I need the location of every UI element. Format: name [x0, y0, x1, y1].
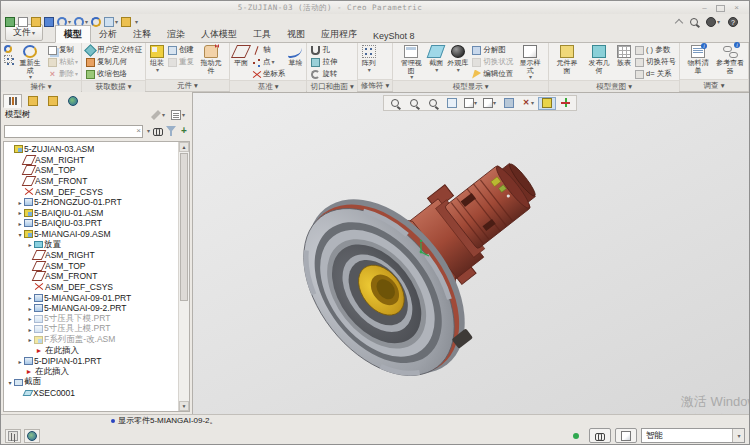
scrollbar-thumb[interactable] — [180, 153, 188, 301]
navigator-folder-tab[interactable] — [23, 94, 42, 108]
open-file-button[interactable] — [31, 17, 41, 27]
point-button[interactable]: 点▾ — [251, 56, 286, 68]
tab-模型[interactable]: 模型 — [55, 25, 91, 43]
expander-icon[interactable]: ▸ — [26, 315, 34, 322]
reference-viewer-button[interactable]: i参考查看器 — [715, 44, 745, 74]
expander-icon[interactable]: ▸ — [16, 209, 24, 216]
expander-icon[interactable]: ▸ — [26, 241, 34, 248]
group-label-元件[interactable]: 元件 ▾ — [146, 79, 229, 91]
navigator-tree-tab[interactable] — [3, 94, 22, 108]
plane-big-button[interactable]: 平面 — [233, 44, 249, 67]
display-style-button[interactable]: 显示样式▾ — [515, 44, 545, 80]
close-button[interactable]: × — [732, 4, 741, 12]
new-file-button[interactable] — [18, 17, 28, 27]
tab-人体模型[interactable]: 人体模型 — [193, 26, 245, 42]
tree-item[interactable]: ASM_RIGHT — [6, 155, 178, 166]
tab-分析[interactable]: 分析 — [91, 26, 125, 42]
navigator-browser-tab[interactable] — [63, 94, 82, 108]
save-button[interactable] — [44, 17, 54, 27]
shrinkwrap-button[interactable]: 收缩包络 — [85, 68, 142, 80]
relations-button[interactable]: d= 关系 — [634, 68, 676, 80]
close-window-button[interactable] — [121, 17, 131, 27]
navigator-favorites-tab[interactable] — [43, 94, 62, 108]
expander-icon[interactable]: ▸ — [26, 305, 34, 312]
expander-icon[interactable]: ▸ — [26, 336, 34, 343]
tab-应用程序[interactable]: 应用程序 — [313, 26, 365, 42]
expander-icon[interactable]: ▸ — [16, 199, 24, 206]
toggle-status-button[interactable]: 切换状况 — [471, 56, 513, 68]
manage-views-button[interactable]: 管理视图▾ — [396, 44, 426, 80]
tree-item[interactable]: ▸5-MIANGAI-09-01.PRT — [6, 292, 178, 303]
collapse-ribbon-button[interactable] — [676, 17, 682, 26]
zoom-out-button[interactable] — [424, 97, 442, 110]
tree-item[interactable]: ASM_DEF_CSYS — [6, 282, 178, 293]
tree-search-input[interactable] — [4, 125, 143, 138]
hole-button[interactable]: 孔 — [310, 44, 337, 56]
spin-center-button[interactable] — [557, 97, 575, 110]
filter-icon[interactable] — [166, 126, 176, 136]
expander-icon[interactable]: ▾ — [16, 231, 24, 238]
udf-button[interactable]: 用户定义特征 — [85, 44, 142, 56]
maximize-button[interactable] — [716, 5, 725, 12]
toggle-browser-button[interactable] — [24, 429, 40, 443]
drag-button[interactable]: 拖动元件 — [196, 44, 226, 74]
tree-display-options-button[interactable]: ▾ — [171, 110, 185, 120]
sketch-button[interactable]: 草绘 — [287, 44, 303, 67]
expander-icon[interactable]: ▸ — [16, 358, 24, 365]
paste-button[interactable]: 粘贴▾ — [47, 56, 78, 68]
tree-item[interactable]: ASM_TOP — [6, 165, 178, 176]
expander-icon[interactable]: ▸ — [16, 220, 24, 227]
minimize-button[interactable]: – — [700, 4, 709, 12]
tree-item[interactable]: ►在此插入 — [6, 366, 178, 377]
regenerate-button[interactable]: 重新生成▾ — [15, 44, 45, 80]
tree-item[interactable]: ASM_TOP — [6, 261, 178, 272]
search-options-caret[interactable]: ▾ — [147, 128, 150, 134]
tree-item[interactable]: ▸5-BAIQIU-03.PRT — [6, 218, 178, 229]
group-label-模型意图[interactable]: 模型意图 ▾ — [549, 80, 679, 92]
tree-item[interactable]: ASM_DEF_CSYS — [6, 186, 178, 197]
tab-视图[interactable]: 视图 — [279, 26, 313, 42]
tree-item[interactable]: ▸F系列面盖-改.ASM — [6, 335, 178, 346]
tab-注释[interactable]: 注释 — [125, 26, 159, 42]
tab-渲染[interactable]: 渲染 — [159, 26, 193, 42]
scroll-up-icon[interactable]: ▲ — [179, 142, 189, 152]
group-label-操作[interactable]: 操作 ▾ — [1, 80, 81, 92]
expander-icon[interactable]: ▾ — [6, 379, 14, 386]
delete-button[interactable]: ×删除▾ — [47, 68, 78, 80]
exploded-button[interactable]: 分解图 — [471, 44, 513, 56]
repeat-button[interactable]: 重复 — [167, 56, 194, 68]
scroll-down-icon[interactable]: ▼ — [179, 401, 189, 411]
import-button[interactable] — [5, 17, 15, 27]
axis-button[interactable]: 轴 — [251, 44, 286, 56]
edit-position-button[interactable]: 编辑位置 — [471, 68, 513, 80]
add-filter-icon[interactable]: + — [179, 126, 189, 136]
family-table-button[interactable]: 族表 — [616, 44, 632, 67]
tab-KeyShot 8[interactable]: KeyShot 8 — [365, 29, 423, 42]
graphics-area[interactable]: ▾▾✕▾ — [193, 92, 749, 414]
tree-item[interactable]: ▸放置 — [6, 239, 178, 250]
tree-item[interactable]: ▾截面 — [6, 377, 178, 388]
publish-geometry-button[interactable]: 发布几何 — [584, 44, 614, 74]
file-menu-button[interactable]: 文件 ▾ — [5, 24, 43, 41]
tree-item[interactable]: ▸5-BAIQIU-01.ASM — [6, 208, 178, 219]
3d-model[interactable] — [279, 148, 609, 413]
tree-item[interactable]: XSEC0001 — [6, 388, 178, 399]
expander-icon[interactable]: ▸ — [26, 294, 34, 301]
datum-display-button[interactable]: ✕▾ — [519, 97, 537, 110]
repaint-button[interactable] — [443, 97, 461, 110]
zoom-fit-button[interactable] — [386, 97, 404, 110]
pattern-button[interactable]: 阵列▾ — [361, 44, 377, 73]
search-button[interactable] — [690, 18, 698, 26]
bom-button[interactable]: i物料清单 — [683, 44, 713, 74]
regenerate-button[interactable] — [91, 17, 101, 27]
assemble-button[interactable]: 组装▾ — [149, 44, 165, 73]
customize-qat-button[interactable]: ▾ — [134, 19, 138, 25]
tree-scrollbar[interactable]: ▲ ▼ — [178, 142, 189, 411]
tree-item[interactable]: 5-ZUJIAN-03.ASM — [6, 144, 178, 155]
tree-item[interactable]: ►在此插入 — [6, 345, 178, 356]
resource-center-button[interactable]: ▾ — [706, 17, 720, 27]
copy-geometry-button[interactable]: 复制几何 — [85, 56, 142, 68]
saved-orientations-button[interactable]: ▾ — [481, 97, 499, 110]
tree-item[interactable]: ASM_FRONT — [6, 271, 178, 282]
display-style-button[interactable]: ▾ — [462, 97, 480, 110]
